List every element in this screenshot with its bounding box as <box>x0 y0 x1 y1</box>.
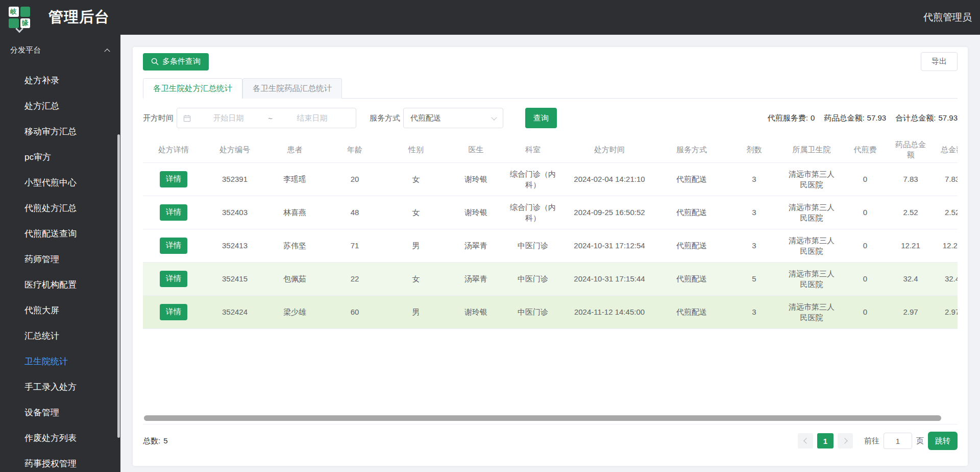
cell-age: 60 <box>324 295 385 328</box>
cell-patient: 李瑶瑶 <box>265 162 324 196</box>
multi-query-button[interactable]: 多条件查询 <box>143 53 209 70</box>
table-row[interactable]: 详情352403林喜燕48女谢玲银综合门诊（内科）2024-09-25 16:5… <box>143 196 958 229</box>
search-icon <box>151 58 159 65</box>
start-date-input[interactable]: 开始日期 <box>191 113 266 123</box>
cell-doctor: 谢玲银 <box>447 162 505 196</box>
cell-detail: 详情 <box>143 295 204 328</box>
cell-time: 2024-09-25 16:50:52 <box>560 196 658 229</box>
sidebar-item[interactable]: 移动审方汇总 <box>0 119 120 144</box>
fee-total-value: 0 <box>811 113 815 122</box>
export-button[interactable]: 导出 <box>921 52 958 71</box>
table-row[interactable]: 详情352391李瑶瑶20女谢玲银综合门诊（内科）2024-02-04 14:2… <box>143 162 958 196</box>
sidebar-item[interactable]: 设备管理 <box>0 399 120 425</box>
sidebar-item[interactable]: 药事授权管理 <box>0 451 120 472</box>
sidebar-item[interactable]: 代煎配送查询 <box>0 221 120 246</box>
horizontal-scrollbar[interactable] <box>144 415 941 421</box>
multi-query-label: 多条件查询 <box>162 57 201 66</box>
detail-button[interactable]: 详情 <box>160 238 187 254</box>
fee-total-label: 代煎服务费: <box>768 113 808 122</box>
cell-total: 12.21 <box>930 229 958 262</box>
detail-button[interactable]: 详情 <box>160 271 187 287</box>
table-row[interactable]: 详情352415包佩茹22女汤翠青中医门诊2024-10-31 17:15:44… <box>143 262 958 295</box>
cell-service: 代煎配送 <box>658 162 725 196</box>
cell-age: 71 <box>324 229 385 262</box>
cell-doctor: 汤翠青 <box>447 229 505 262</box>
sidebar-item[interactable]: 药师管理 <box>0 246 120 272</box>
cell-time: 2024-10-31 17:12:54 <box>560 229 658 262</box>
tab[interactable]: 各卫生院处方汇总统计 <box>143 78 242 99</box>
date-range-picker[interactable]: 开始日期 ~ 结束日期 <box>177 108 356 128</box>
cell-drug_total: 2.52 <box>891 196 930 229</box>
cell-dept: 中医门诊 <box>505 262 560 295</box>
column-header: 处方编号 <box>204 137 265 162</box>
drug-total-label: 药品总金额: <box>824 113 864 122</box>
detail-button[interactable]: 详情 <box>160 204 187 221</box>
cell-gender: 男 <box>385 295 447 328</box>
tab[interactable]: 各卫生院药品汇总统计 <box>242 78 342 99</box>
cell-patient: 包佩茹 <box>265 262 324 295</box>
goto-page-input[interactable] <box>884 433 912 449</box>
total-count-value: 5 <box>163 436 167 445</box>
sidebar-item[interactable]: 处方汇总 <box>0 93 120 119</box>
prev-page-button[interactable] <box>798 433 813 449</box>
table-row[interactable]: 详情352413苏伟坚71男汤翠青中医门诊2024-10-31 17:12:54… <box>143 229 958 262</box>
cell-dept: 中医门诊 <box>505 229 560 262</box>
page-unit-label: 页 <box>916 436 924 446</box>
cell-doses: 3 <box>725 162 783 196</box>
sidebar-item[interactable]: 作废处方列表 <box>0 425 120 451</box>
table-row[interactable]: 详情352424梁少雄60男谢玲银中医门诊2024-11-12 14:45:00… <box>143 295 958 328</box>
pagination: 1 前往 页 跳转 <box>794 432 958 450</box>
service-type-select[interactable]: 代煎配送 <box>403 108 503 128</box>
sidebar-item[interactable]: 代煎处方汇总 <box>0 195 120 221</box>
grand-total-label: 合计总金额: <box>895 113 936 122</box>
sidebar-item[interactable]: 小型代煎中心 <box>0 170 120 195</box>
cell-id: 352413 <box>204 229 265 262</box>
cell-time: 2024-11-12 14:45:00 <box>560 295 658 328</box>
cell-gender: 女 <box>385 262 447 295</box>
brand: 岐 缘 管理后台 <box>0 7 110 28</box>
column-header: 性别 <box>385 137 447 162</box>
next-page-button[interactable] <box>838 433 853 449</box>
detail-button[interactable]: 详情 <box>160 171 187 187</box>
cell-service: 代煎配送 <box>658 262 725 295</box>
sidebar-item[interactable]: 手工录入处方 <box>0 374 120 399</box>
sidebar-item[interactable]: 代煎大屏 <box>0 297 120 323</box>
cell-time: 2024-10-31 17:15:44 <box>560 262 658 295</box>
end-date-input[interactable]: 结束日期 <box>275 113 350 123</box>
column-header: 处方时间 <box>560 137 658 162</box>
sidebar-scrollbar[interactable] <box>117 134 120 438</box>
cell-gender: 女 <box>385 196 447 229</box>
detail-button[interactable]: 详情 <box>160 304 187 320</box>
jump-button[interactable]: 跳转 <box>928 432 958 450</box>
cell-doses: 5 <box>725 262 783 295</box>
service-filter-label: 服务方式 <box>370 113 400 123</box>
column-header: 患者 <box>265 137 324 162</box>
cell-hospital: 清远市第三人民医院 <box>783 262 840 295</box>
cell-id: 352403 <box>204 196 265 229</box>
page-1-button[interactable]: 1 <box>817 433 834 449</box>
current-user[interactable]: 代煎管理员 <box>923 11 972 24</box>
query-button[interactable]: 查询 <box>525 108 557 128</box>
cell-total: 2.52 <box>930 196 958 229</box>
cell-id: 352424 <box>204 295 265 328</box>
sidebar-item[interactable]: 卫生院统计 <box>0 348 120 374</box>
sidebar-group-toggle[interactable]: 分发平台 <box>0 39 120 61</box>
top-header: 岐 缘 管理后台 代煎管理员 <box>0 0 980 35</box>
sidebar-item[interactable]: pc审方 <box>0 144 120 170</box>
app-logo-icon: 岐 缘 <box>9 7 30 28</box>
cell-gender: 男 <box>385 229 447 262</box>
cell-detail: 详情 <box>143 262 204 295</box>
cell-time: 2024-02-04 14:21:10 <box>560 162 658 196</box>
date-filter-label: 开方时间 <box>143 113 174 123</box>
sidebar-item[interactable]: 处方补录 <box>0 67 120 93</box>
column-header: 医生 <box>447 137 505 162</box>
cell-patient: 林喜燕 <box>265 196 324 229</box>
sidebar-item[interactable]: 汇总统计 <box>0 323 120 348</box>
cell-total: 32.4 <box>930 262 958 295</box>
cell-detail: 详情 <box>143 196 204 229</box>
sidebar-group-label: 分发平台 <box>10 45 41 55</box>
column-header: 处方详情 <box>143 137 204 162</box>
cell-dept: 中医门诊 <box>505 295 560 328</box>
cell-gender: 女 <box>385 162 447 196</box>
sidebar-item[interactable]: 医疗机构配置 <box>0 272 120 297</box>
